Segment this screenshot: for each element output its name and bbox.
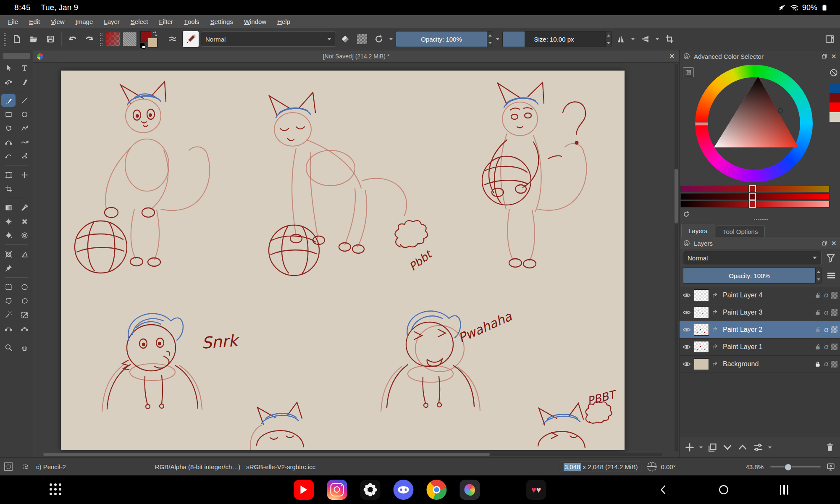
app-gallery[interactable] [360, 480, 381, 500]
zoom-level[interactable]: 43.8% [746, 463, 764, 470]
menu-help[interactable]: Help [272, 15, 296, 28]
chevron-down-icon[interactable] [699, 446, 703, 449]
layer-thumbnail[interactable] [694, 358, 709, 370]
gradient-chooser-button[interactable] [105, 31, 121, 47]
layer-row-paint-layer-3[interactable]: Paint Layer 3α [680, 304, 840, 321]
tool-calligraphy[interactable] [17, 75, 32, 88]
layer-opacity-slider[interactable]: Opacity: 100% [683, 268, 822, 284]
fit-screen-icon[interactable] [826, 462, 836, 472]
layer-name[interactable]: Background [723, 360, 811, 368]
close-document-icon[interactable]: ✕ [669, 50, 675, 62]
float-docker-icon[interactable] [821, 240, 828, 247]
tool-line[interactable] [17, 94, 32, 107]
layer-visibility-icon[interactable] [682, 325, 691, 334]
pattern-chooser-button[interactable] [122, 31, 137, 47]
alpha-lock-icon[interactable] [831, 326, 837, 333]
tool-rectangle[interactable] [1, 108, 16, 121]
opacity-slider[interactable]: Opacity: 100% [396, 31, 493, 47]
toolbar-drag-handle[interactable] [3, 32, 7, 46]
size-spinner[interactable] [605, 32, 611, 47]
tool-reference-images[interactable] [1, 262, 16, 274]
canvas-vertical-scrollbar[interactable] [675, 64, 678, 452]
refresh-colors-icon[interactable] [682, 210, 690, 218]
tool-freehand-path[interactable] [17, 136, 32, 148]
alpha-lock-icon[interactable] [831, 344, 837, 350]
opacity-spinner[interactable] [487, 32, 493, 47]
chevron-down-icon[interactable] [768, 446, 772, 449]
layer-style-icon[interactable] [711, 344, 719, 351]
layer-row-paint-layer-2[interactable]: Paint Layer 2α [680, 321, 840, 339]
tool-color-sampler[interactable] [17, 201, 32, 214]
preserve-alpha-button[interactable] [354, 31, 370, 47]
tool-similar-color-selection[interactable] [1, 308, 16, 321]
background-color-swatch[interactable] [148, 38, 158, 47]
redo-button[interactable] [82, 31, 97, 47]
layer-properties-button[interactable] [751, 439, 765, 456]
snap-icon[interactable] [22, 463, 29, 470]
choose-workspace-button[interactable] [822, 31, 837, 47]
add-layer-button[interactable] [683, 439, 696, 456]
lock-docker-icon[interactable] [683, 52, 690, 60]
advanced-color-selector[interactable] [680, 62, 840, 223]
menu-view[interactable]: View [45, 15, 70, 28]
color-history-swatch[interactable] [830, 102, 840, 112]
edit-brush-settings-button[interactable] [165, 31, 181, 47]
tool-dynamic-brush[interactable] [1, 150, 16, 162]
layer-thumbnail[interactable] [694, 307, 709, 318]
saturation-value-triangle[interactable] [695, 65, 813, 182]
brush-blending-mode-select[interactable]: Normal [201, 32, 336, 47]
tool-multibrush[interactable] [17, 150, 32, 162]
app-paint[interactable] [460, 480, 480, 500]
slider-handle[interactable] [749, 193, 756, 200]
inherit-alpha-icon[interactable]: α [824, 343, 828, 351]
mirror-horizontal-button[interactable] [613, 31, 628, 47]
layer-visibility-icon[interactable] [682, 308, 691, 317]
layer-visibility-icon[interactable] [682, 342, 691, 352]
tool-freehand-brush[interactable] [1, 94, 16, 107]
layer-row-paint-layer-1[interactable]: Paint Layer 1α [680, 339, 840, 356]
move-layer-up-button[interactable] [736, 439, 749, 456]
close-docker-icon[interactable]: ✕ [831, 52, 837, 60]
duplicate-layer-button[interactable] [706, 439, 719, 456]
tool-bezier-curve[interactable] [1, 136, 16, 148]
canvas-document[interactable]: Pbbt [61, 71, 625, 450]
inherit-alpha-icon[interactable]: α [824, 360, 828, 368]
layer-visibility-icon[interactable] [682, 291, 691, 300]
document-titlebar[interactable]: [Not Saved] (214.2 MiB) * ✕ [33, 50, 679, 63]
tool-enclose-and-fill[interactable] [17, 229, 32, 242]
menu-file[interactable]: File [3, 15, 24, 28]
tool-assistants[interactable] [1, 248, 16, 260]
layer-lock-icon[interactable] [814, 360, 822, 368]
undo-button[interactable] [65, 31, 80, 47]
swap-colors-icon[interactable] [151, 30, 158, 37]
tool-rectangular-selection[interactable] [1, 281, 16, 293]
app-hearts[interactable]: ♥♥ [526, 480, 546, 500]
tool-color-selection[interactable] [17, 308, 32, 321]
save-button[interactable] [43, 31, 58, 47]
layer-name[interactable]: Paint Layer 2 [723, 326, 811, 333]
inherit-alpha-icon[interactable]: α [824, 326, 828, 334]
layer-lock-icon[interactable] [814, 309, 822, 316]
app-runescape[interactable]: RSOLD SCHOOL [493, 480, 513, 500]
chevron-down-icon[interactable] [496, 38, 499, 40]
foreground-background-colors[interactable] [139, 30, 158, 48]
toolbar-drag-handle[interactable] [100, 32, 103, 46]
menu-image[interactable]: Image [70, 15, 99, 28]
chevron-down-icon[interactable] [389, 38, 393, 40]
layer-lock-icon[interactable] [814, 326, 822, 333]
rotation-dial-icon[interactable] [646, 460, 658, 473]
canvas-rotation[interactable]: 0.00° [661, 463, 682, 470]
layer-options-icon[interactable] [826, 270, 837, 281]
slider-handle[interactable] [749, 185, 756, 193]
selection-mode-icon[interactable] [3, 462, 13, 472]
canvas-artwork[interactable]: Pbbt [61, 71, 625, 450]
tool-magnetic-selection[interactable] [17, 322, 32, 335]
delete-layer-button[interactable] [823, 439, 837, 456]
tool-ellipse[interactable] [17, 108, 32, 121]
lock-docker-icon[interactable] [683, 239, 690, 247]
layer-row-paint-layer-4[interactable]: Paint Layer 4α [680, 287, 840, 304]
tool-bezier-selection[interactable] [1, 322, 16, 335]
layer-opacity-spinner[interactable] [815, 268, 821, 283]
brush-preset-button[interactable] [182, 31, 199, 47]
tool-measure[interactable] [17, 248, 32, 260]
